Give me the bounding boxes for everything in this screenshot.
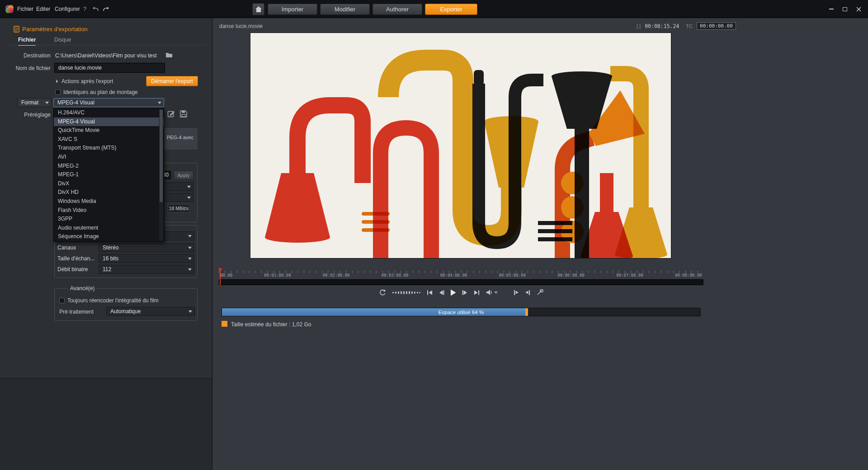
space-used-label: Espace utilisé 64 % xyxy=(222,308,700,316)
chevron-down-icon xyxy=(158,102,161,104)
maximize-button[interactable] xyxy=(840,6,850,12)
jog-strip-icon xyxy=(392,291,420,295)
reencode-checkbox[interactable] xyxy=(59,298,65,303)
format-option[interactable]: DivX HD xyxy=(54,188,164,197)
format-option[interactable]: AVI xyxy=(54,153,164,162)
actions-expander-icon[interactable] xyxy=(56,80,58,83)
help-icon[interactable]: ? xyxy=(83,5,86,12)
nav-modifier-button[interactable]: Modifier xyxy=(320,4,370,15)
scrollbar-thumb[interactable] xyxy=(160,110,163,202)
mark-in-icon xyxy=(513,290,519,296)
playhead[interactable] xyxy=(220,270,221,286)
tabs-divider xyxy=(6,45,206,45)
timeline-ruler[interactable]: 00.00 00:01:00.00 00:02:00.00 00:03:00.0… xyxy=(219,271,703,278)
ruler-label: 00:03:00.00 xyxy=(382,273,409,277)
format-option[interactable]: Transport Stream (MTS) xyxy=(54,144,164,153)
loop-icon xyxy=(379,289,387,296)
mark-out-icon xyxy=(525,290,531,296)
save-preset-icon[interactable] xyxy=(179,110,188,118)
format-option[interactable]: DivX xyxy=(54,179,164,188)
format-category-dropdown[interactable]: Format xyxy=(17,98,52,107)
format-option-selected[interactable]: MPEG-4 Visual xyxy=(54,118,164,127)
apply-button[interactable]: Apply xyxy=(174,171,193,180)
export-settings-icon xyxy=(14,26,19,33)
nav-exporter-button[interactable]: Exporter xyxy=(425,4,477,15)
start-export-button[interactable]: Démarrer l'export xyxy=(146,76,198,86)
menu-editer[interactable]: Editer xyxy=(36,0,50,18)
home-icon xyxy=(255,6,262,12)
tab-disque[interactable]: Disque xyxy=(54,37,71,45)
mark-in-button[interactable] xyxy=(513,290,519,296)
menu-fichier[interactable]: Fichier xyxy=(17,0,33,18)
format-option[interactable]: Audio seulement xyxy=(54,224,164,233)
format-option[interactable]: Séquence Image xyxy=(54,232,164,241)
format-option[interactable]: Flash Video xyxy=(54,206,164,215)
destination-path: C:\Users\Daniel\Videos\Film pour visu te… xyxy=(55,52,157,59)
format-category-label: Format xyxy=(21,99,38,106)
chevron-down-icon xyxy=(45,102,49,104)
chevron-down-icon xyxy=(188,247,192,249)
ruler-label: 00:08:00.00 xyxy=(675,273,702,277)
actions-after-export-label[interactable]: Actions après l'export xyxy=(61,78,113,85)
close-button[interactable] xyxy=(854,6,863,12)
chevron-down-icon xyxy=(188,268,192,271)
panel-footer xyxy=(0,378,212,470)
filename-input[interactable]: danse lucie.movie xyxy=(54,63,165,73)
step-forward-button[interactable] xyxy=(462,290,468,296)
step-back-button[interactable] xyxy=(439,290,444,296)
mark-out-button[interactable] xyxy=(525,290,531,296)
home-button[interactable] xyxy=(252,3,264,15)
format-option[interactable]: MPEG-1 xyxy=(54,170,164,179)
nav-authorer-button[interactable]: Authorer xyxy=(373,4,422,15)
dropdown-scrollbar[interactable] xyxy=(159,109,163,241)
advanced-group-title: Avancé(e) xyxy=(68,285,97,291)
redo-icon[interactable] xyxy=(102,6,109,12)
ruler-label: 00:07:00.00 xyxy=(616,273,643,277)
skip-start-button[interactable] xyxy=(426,290,433,296)
scrub-track[interactable] xyxy=(219,279,703,285)
channels-dropdown[interactable]: Stéréo xyxy=(99,243,194,252)
pretreatment-dropdown[interactable]: Automatique xyxy=(106,307,195,316)
rename-preset-icon[interactable] xyxy=(167,110,175,118)
reencode-label: Toujours réencoder l'intégralité du film xyxy=(67,297,159,304)
timecode-field[interactable]: 00:00:00.00 xyxy=(697,22,736,30)
application-window: Fichier Editer Configurer ? Importer Mod… xyxy=(0,0,868,470)
tab-fichier[interactable]: Fichier xyxy=(18,37,36,46)
chevron-down-icon xyxy=(187,197,191,199)
channels-value: Stéréo xyxy=(103,244,118,251)
estimated-size-label: Taille estimée du fichier : 1,02 Go xyxy=(231,321,311,328)
format-dropdown[interactable]: MPEG-4 Visual xyxy=(53,98,164,107)
menu-configurer[interactable]: Configurer xyxy=(55,0,80,18)
step-back-icon xyxy=(439,290,444,296)
undo-icon[interactable] xyxy=(92,6,99,12)
pretreatment-label: Pré-traitement xyxy=(59,309,94,315)
razor-button[interactable] xyxy=(537,289,543,296)
format-option[interactable]: XAVC S xyxy=(54,135,164,144)
same-as-timeline-label: Identiques au plan de montage xyxy=(63,89,138,95)
audio-bitrate-label: Débit binaire xyxy=(57,266,88,273)
format-option[interactable]: Windows Media xyxy=(54,197,164,206)
same-as-timeline-checkbox[interactable] xyxy=(55,89,61,95)
volume-caret-icon xyxy=(494,291,498,294)
format-option[interactable]: QuickTime Movie xyxy=(54,126,164,135)
format-option[interactable]: H.264/AVC xyxy=(54,108,164,118)
sample-size-dropdown[interactable]: 16 bits xyxy=(99,254,194,263)
loop-button[interactable] xyxy=(379,289,387,296)
format-option[interactable]: MPEG-2 xyxy=(54,162,164,171)
audio-bitrate-dropdown[interactable]: 112 xyxy=(99,265,194,274)
nav-importer-button[interactable]: Importer xyxy=(268,4,317,15)
volume-button[interactable] xyxy=(486,289,498,296)
space-used-bar: Espace utilisé 64 % xyxy=(222,308,701,316)
format-options-list: H.264/AVC MPEG-4 Visual QuickTime Movie … xyxy=(53,108,164,242)
bitrate-badge: 18 MBit/s xyxy=(168,204,190,212)
minimize-button[interactable] xyxy=(826,6,836,12)
video-preview-frame[interactable] xyxy=(250,33,671,258)
volume-icon xyxy=(486,289,493,296)
skip-end-button[interactable] xyxy=(474,290,480,296)
jog-strip[interactable] xyxy=(392,291,420,295)
preview-panel: danse lucie.movie [ ] 00:08:15.24 TC 00:… xyxy=(212,18,868,470)
play-button[interactable] xyxy=(450,289,456,296)
browse-folder-icon[interactable] xyxy=(165,52,173,58)
preview-image-brass-instruments xyxy=(250,33,671,258)
format-option[interactable]: 3GPP xyxy=(54,215,164,224)
